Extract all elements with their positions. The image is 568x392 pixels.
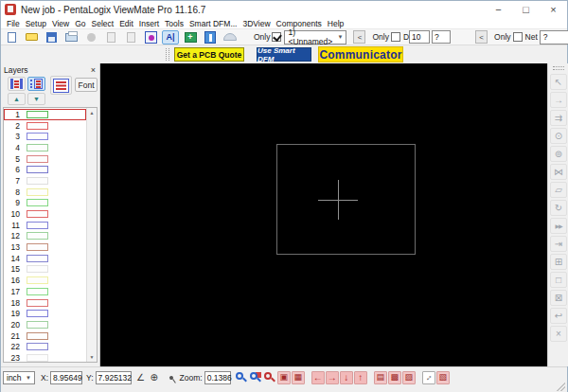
shear-icon[interactable]: ▱ — [550, 182, 567, 198]
font-button[interactable]: Font — [75, 78, 98, 92]
mirror-icon[interactable]: ⋈ — [550, 164, 567, 180]
zoom-previous-icon[interactable]: ▤ — [374, 371, 387, 384]
menu-file[interactable]: File — [4, 19, 23, 28]
layer-row-2[interactable]: 2 — [4, 120, 86, 132]
move-layer-down-button[interactable]: ▼ — [27, 93, 45, 105]
pan-up-icon[interactable]: ↑ — [354, 371, 367, 384]
layer-row-12[interactable]: 12 — [4, 231, 86, 242]
x-coordinate-field[interactable]: 8.95649 — [50, 371, 82, 384]
zoom-layer-icon[interactable]: ▩ — [388, 371, 401, 384]
undo-icon[interactable]: ↩ — [550, 308, 567, 324]
menu-3dview[interactable]: 3DView — [240, 19, 273, 28]
net-only-checkbox[interactable] — [513, 32, 523, 42]
menu-select[interactable]: Select — [89, 19, 117, 28]
move-layer-up-button[interactable]: ▲ — [8, 93, 26, 105]
layer-color-swatch[interactable] — [27, 354, 48, 362]
use-smart-dfm-button[interactable]: Use Smart DFM — [257, 47, 311, 62]
layer-row-13[interactable]: 13 — [4, 241, 86, 253]
maximize-button[interactable]: □ — [512, 1, 540, 18]
menu-view[interactable]: View — [49, 19, 72, 28]
rotate-icon[interactable]: ↻ — [550, 200, 567, 216]
copy-to-layer-icon[interactable]: ⊞ — [550, 254, 567, 270]
zoom-in-icon[interactable] — [235, 371, 248, 384]
layer-row-9[interactable]: 9 — [4, 198, 86, 209]
layer-row-4[interactable]: 4 — [4, 142, 86, 153]
layer-row-21[interactable]: 21 — [4, 330, 86, 342]
layer-row-8[interactable]: 8 — [4, 187, 86, 198]
layer-color-swatch[interactable] — [27, 210, 48, 218]
move-item-icon[interactable]: → — [550, 92, 567, 108]
layer-only-checkbox[interactable] — [272, 32, 281, 42]
save-icon[interactable] — [43, 30, 60, 45]
y-coordinate-field[interactable]: 7.925132 — [96, 371, 132, 384]
menu-setup[interactable]: Setup — [23, 19, 49, 28]
zoom-selection-icon[interactable]: ▨ — [402, 371, 416, 384]
layer-color-swatch[interactable] — [27, 321, 48, 329]
layer-color-swatch[interactable] — [27, 133, 48, 140]
select-by-dcode-icon[interactable]: ⊙ — [550, 128, 567, 144]
layer-row-16[interactable]: 16 — [4, 275, 86, 286]
layer-color-swatch[interactable] — [27, 232, 48, 240]
insert-element-icon[interactable]: + — [182, 30, 199, 45]
layer-color-swatch[interactable] — [27, 265, 48, 273]
layer-table-button[interactable] — [50, 76, 72, 95]
menu-insert[interactable]: Insert — [136, 19, 162, 28]
select-by-net-icon[interactable]: ⊚ — [550, 146, 567, 162]
scroll-up-icon[interactable]: ▲ — [90, 110, 95, 116]
communicator-button[interactable]: Communicator — [318, 46, 403, 62]
layer-color-swatch[interactable] — [27, 343, 48, 350]
layers-panel-close-icon[interactable]: × — [91, 66, 96, 75]
measure-icon[interactable]: A| — [162, 30, 179, 45]
menu-smart-dfm[interactable]: Smart DFM... — [186, 19, 240, 28]
angle-mode-icon[interactable]: ∠ — [134, 371, 148, 384]
view-all-icon[interactable]: ▣ — [277, 371, 291, 384]
layer-row-7[interactable]: 7 — [4, 175, 86, 187]
layer-color-swatch[interactable] — [27, 111, 48, 118]
layer-color-swatch[interactable] — [27, 144, 48, 151]
resize-grip[interactable] — [556, 382, 565, 391]
layer-color-swatch[interactable] — [27, 255, 48, 262]
view-3d-icon[interactable] — [222, 30, 239, 45]
layer-row-1[interactable]: 1 — [4, 109, 86, 120]
layer-color-swatch[interactable] — [27, 199, 48, 206]
menu-tools[interactable]: Tools — [162, 19, 186, 28]
pan-right-icon[interactable]: → — [326, 371, 339, 384]
menu-help[interactable]: Help — [325, 19, 346, 28]
step-repeat-icon[interactable]: ▶▶ — [550, 218, 567, 234]
send-icon[interactable] — [82, 30, 99, 45]
dcode-only-checkbox[interactable] — [391, 32, 400, 42]
layer-color-swatch[interactable] — [27, 332, 48, 340]
open-file-icon[interactable] — [23, 30, 40, 45]
clear-markers-icon[interactable]: ▧ — [436, 371, 450, 384]
crop-icon[interactable]: ⊠ — [550, 290, 567, 306]
toolbar-grip[interactable] — [166, 48, 169, 61]
units-combo[interactable]: inch ▼ — [3, 371, 35, 384]
pin-icon[interactable] — [165, 371, 178, 384]
scroll-down-icon[interactable]: ▼ — [90, 354, 95, 360]
show-all-layers-button[interactable] — [8, 77, 26, 91]
paste-icon[interactable] — [122, 30, 139, 45]
menu-components[interactable]: Components — [274, 19, 325, 28]
layer-row-15[interactable]: 15 — [4, 264, 86, 276]
layer-color-swatch[interactable] — [27, 166, 48, 173]
dcode-table-icon[interactable] — [142, 30, 159, 45]
copy-item-icon[interactable]: ⇉ — [550, 110, 567, 126]
layer-color-swatch[interactable] — [27, 122, 48, 130]
layer-row-3[interactable]: 3 — [4, 131, 86, 142]
zoom-window-icon[interactable] — [249, 371, 262, 384]
layer-list-scrollbar[interactable]: ▲ ▼ — [86, 108, 97, 362]
pan-down-icon[interactable]: ↓ — [340, 371, 353, 384]
layer-row-10[interactable]: 10 — [4, 208, 86, 220]
layer-row-11[interactable]: 11 — [4, 220, 86, 231]
layer-row-23[interactable]: 23 — [4, 352, 86, 363]
menu-go[interactable]: Go — [72, 19, 88, 28]
origin-icon[interactable]: ⊕ — [148, 371, 161, 384]
layer-color-swatch[interactable] — [27, 243, 48, 251]
layer-color-swatch[interactable] — [27, 222, 48, 229]
drawing-canvas[interactable] — [100, 63, 547, 366]
active-layer-combo[interactable]: 1) <Unnamed> ▼ — [284, 30, 346, 45]
net-combo[interactable]: ? ▼ — [540, 30, 568, 45]
layer-color-swatch[interactable] — [27, 288, 48, 295]
new-file-icon[interactable] — [3, 30, 20, 45]
delete-icon[interactable]: × — [550, 326, 567, 342]
